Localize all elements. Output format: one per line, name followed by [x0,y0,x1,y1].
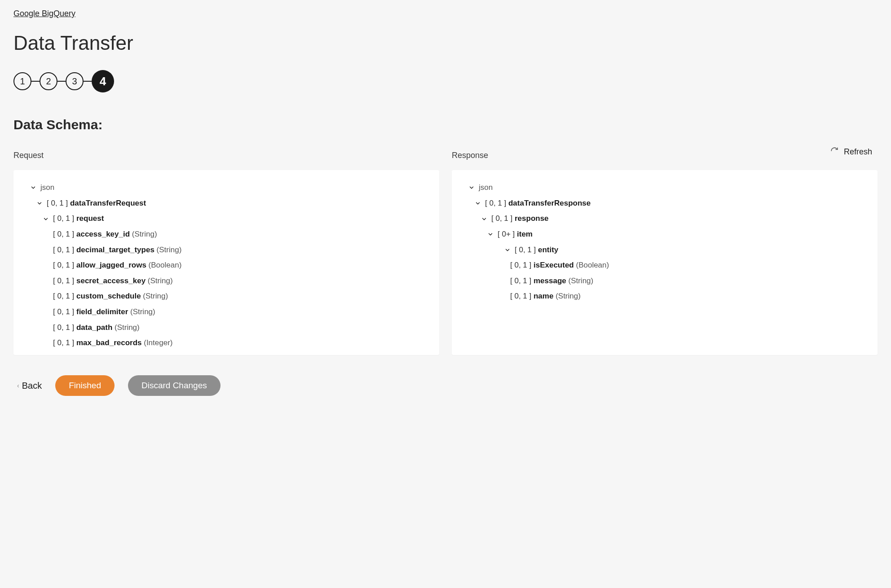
response-column: Response json[ 0, 1 ] dataTransferRespon… [452,151,878,355]
breadcrumb-link[interactable]: Google BigQuery [13,9,75,18]
tree-row[interactable]: [ 0, 1 ] response [463,211,867,227]
tree-node-label: [ 0, 1 ] name (String) [510,291,581,302]
chevron-down-icon[interactable] [504,246,511,254]
chevron-down-icon[interactable] [42,215,49,223]
tree-node-label: [ 0, 1 ] entity [515,245,558,256]
response-tree-panel: json[ 0, 1 ] dataTransferResponse[ 0, 1 … [452,170,878,355]
response-column-label: Response [452,151,878,160]
tree-row[interactable]: [ 0, 1 ] dataTransferRequest [24,196,428,211]
tree-row[interactable]: [ 0, 1 ] entity [463,242,867,258]
tree-row: [ 0, 1 ] data_path (String) [24,320,428,336]
step-4[interactable]: 4 [92,70,114,92]
tree-row: [ 0, 1 ] custom_schedule (String) [24,289,428,304]
page-title: Data Transfer [13,32,878,54]
tree-node-label: [ 0, 1 ] access_key_id (String) [53,229,157,240]
request-column-label: Request [13,151,439,160]
tree-row: [ 0, 1 ] decimal_target_types (String) [24,242,428,258]
step-connector [57,81,66,82]
tree-node-label: [ 0, 1 ] dataTransferResponse [485,198,591,209]
footer-actions: ‹ Back Finished Discard Changes [13,375,878,396]
tree-row: [ 0, 1 ] allow_jagged_rows (Boolean) [24,258,428,273]
tree-node-label: json [40,182,54,193]
tree-row: [ 0, 1 ] field_delimiter (String) [24,304,428,320]
tree-node-label: [ 0, 1 ] max_bad_records (Integer) [53,338,173,349]
tree-node-label: [ 0, 1 ] decimal_target_types (String) [53,245,181,256]
tree-node-label: [ 0, 1 ] data_path (String) [53,322,140,333]
request-tree-panel: json[ 0, 1 ] dataTransferRequest[ 0, 1 ]… [13,170,439,355]
tree-node-label: json [479,182,493,193]
tree-node-label: [ 0, 1 ] allow_quoted_newlines (Boolean) [53,353,197,355]
chevron-down-icon[interactable] [36,200,43,207]
tree-row: [ 0, 1 ] name (String) [463,289,867,304]
chevron-down-icon[interactable] [487,231,494,238]
tree-node-label: [ 0, 1 ] message (String) [510,276,593,287]
tree-row[interactable]: json [24,180,428,196]
tree-node-label: [ 0, 1 ] isExecuted (Boolean) [510,260,609,271]
section-title: Data Schema: [13,117,878,132]
step-connector [84,81,92,82]
back-button[interactable]: ‹ Back [17,381,42,391]
tree-row: [ 0, 1 ] isExecuted (Boolean) [463,258,867,273]
tree-row[interactable]: [ 0+ ] item [463,227,867,242]
step-3[interactable]: 3 [66,72,84,90]
tree-node-label: [ 0, 1 ] field_delimiter (String) [53,307,155,318]
tree-row: [ 0, 1 ] message (String) [463,273,867,289]
tree-node-label: [ 0+ ] item [498,229,533,240]
tree-row[interactable]: [ 0, 1 ] request [24,211,428,227]
tree-row[interactable]: json [463,180,867,196]
tree-row: [ 0, 1 ] access_key_id (String) [24,227,428,242]
tree-node-label: [ 0, 1 ] dataTransferRequest [47,198,146,209]
back-button-label: Back [22,381,42,391]
tree-node-label: [ 0, 1 ] response [491,213,549,224]
chevron-down-icon[interactable] [481,215,488,223]
step-2[interactable]: 2 [40,72,57,90]
request-column: Request json[ 0, 1 ] dataTransferRequest… [13,151,439,355]
tree-node-label: [ 0, 1 ] request [53,213,104,224]
tree-node-label: [ 0, 1 ] allow_jagged_rows (Boolean) [53,260,181,271]
chevron-down-icon[interactable] [30,184,37,191]
tree-node-label: [ 0, 1 ] secret_access_key (String) [53,276,173,287]
tree-node-label: [ 0, 1 ] custom_schedule (String) [53,291,168,302]
tree-row: [ 0, 1 ] max_bad_records (Integer) [24,335,428,351]
finished-button[interactable]: Finished [55,375,115,396]
discard-button[interactable]: Discard Changes [128,375,221,396]
step-1[interactable]: 1 [13,72,31,90]
chevron-down-icon[interactable] [468,184,475,191]
step-connector [31,81,40,82]
stepper: 1234 [13,70,878,92]
tree-row: [ 0, 1 ] secret_access_key (String) [24,273,428,289]
chevron-left-icon: ‹ [17,382,19,389]
tree-row: [ 0, 1 ] allow_quoted_newlines (Boolean) [24,351,428,355]
tree-row[interactable]: [ 0, 1 ] dataTransferResponse [463,196,867,211]
chevron-down-icon[interactable] [474,200,481,207]
